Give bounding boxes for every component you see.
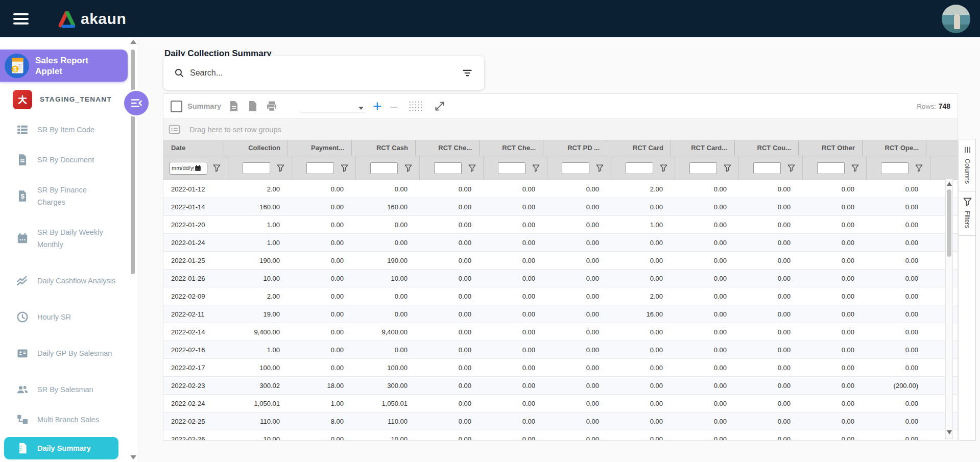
funnel-icon[interactable] [851, 164, 859, 172]
sidebar-scroll-thumb[interactable] [131, 50, 135, 274]
cell-value: 0.00 [798, 257, 862, 264]
funnel-icon[interactable] [213, 164, 221, 172]
date-filter-input[interactable]: mm/dd/yyyy [170, 162, 207, 175]
tab-filters[interactable]: Filters [959, 191, 975, 236]
table-row[interactable]: 2022-02-092.000.000.000.000.000.002.000.… [163, 287, 958, 305]
column-header-payment[interactable]: Payment... [288, 140, 351, 156]
printer-icon[interactable] [266, 100, 278, 112]
funnel-icon[interactable] [915, 164, 923, 172]
table-scrollbar[interactable] [945, 179, 953, 439]
column-filter-input[interactable] [243, 162, 270, 174]
column-filter-input[interactable] [817, 162, 845, 174]
cell-value: 0.00 [543, 293, 607, 300]
funnel-icon[interactable] [787, 164, 795, 172]
column-header-collection[interactable]: Collection [224, 140, 288, 156]
sidebar-item-sr-by-salesman[interactable]: SR By Salesman [0, 377, 128, 402]
table-row[interactable]: 2022-01-122.000.000.000.000.000.002.000.… [163, 180, 958, 198]
search-input[interactable] [189, 68, 462, 78]
sidebar-item-daily-summary[interactable]: Daily Summary [4, 437, 118, 459]
table-row[interactable]: 2022-01-14160.000.00160.000.000.000.000.… [163, 198, 958, 216]
table-row[interactable]: 2022-02-149,400.000.009,400.000.000.000.… [163, 323, 958, 341]
table-scroll-up-icon[interactable] [947, 182, 952, 186]
column-header-rct-card[interactable]: RCT Card... [671, 140, 734, 156]
row-group-dropzone[interactable]: Drag here to set row groups [163, 118, 958, 140]
column-filter-input[interactable] [689, 162, 717, 174]
cell-value: 0.00 [479, 185, 543, 193]
funnel-icon[interactable] [341, 164, 348, 172]
funnel-icon[interactable] [468, 164, 476, 172]
column-header-rct-che[interactable]: RCT Che... [415, 140, 479, 156]
cell-value: 0.00 [415, 257, 479, 264]
table-row[interactable]: 2022-02-241,050.011.001,050.010.000.000.… [163, 395, 958, 412]
sidebar-item-hourly-sr[interactable]: Hourly SR [0, 304, 128, 330]
column-header-rct-che[interactable]: RCT Che... [479, 140, 543, 156]
column-header-rct-ope[interactable]: RCT Ope... [862, 140, 926, 156]
cell-value: 0.00 [671, 328, 734, 336]
table-row[interactable]: 2022-01-241.000.000.000.000.000.000.000.… [163, 234, 958, 252]
column-filter-input[interactable] [881, 162, 909, 174]
funnel-icon[interactable] [277, 164, 284, 172]
applet-header[interactable]: $ Sales Report Applet [0, 50, 128, 82]
grid-dots-icon[interactable] [409, 101, 422, 112]
column-filter-input[interactable] [753, 162, 781, 174]
cell-date: 2022-01-20 [163, 221, 224, 229]
funnel-icon[interactable] [404, 164, 412, 172]
cell-value: 0.00 [734, 328, 798, 336]
sidebar-item-daily-cashflow-analysis[interactable]: Daily Cashflow Analysis [0, 262, 128, 300]
sidebar-item-sr-by-finance-charges[interactable]: SR By Finance Charges [0, 177, 128, 215]
table-row[interactable]: 2022-02-17100.000.00100.000.000.000.000.… [163, 359, 958, 377]
remove-button[interactable]: – [390, 101, 397, 112]
scroll-up-icon[interactable] [130, 40, 136, 44]
column-filter-input[interactable] [498, 162, 525, 174]
table-row[interactable]: 2022-02-161.000.000.000.000.000.000.000.… [163, 341, 958, 359]
user-avatar[interactable] [942, 5, 970, 33]
column-header-rct-cou[interactable]: RCT Cou... [734, 140, 798, 156]
table-row[interactable]: 2022-02-1119.000.000.000.000.000.0016.00… [163, 305, 958, 323]
funnel-icon[interactable] [532, 164, 540, 172]
expand-icon[interactable] [434, 100, 446, 112]
column-filter-input[interactable] [434, 162, 462, 174]
sidebar-item-staging-tenant[interactable]: STAGING_TENANT [0, 87, 128, 112]
sidebar-item-daily-gp-by-salesman[interactable]: Daily GP By Salesman [0, 334, 128, 372]
finance-icon [15, 189, 30, 203]
column-header-date[interactable]: Date [163, 140, 224, 156]
table-row[interactable]: 2022-01-201.000.000.000.000.000.001.000.… [163, 216, 958, 234]
filter-cell-rct-che [419, 156, 483, 180]
column-header-rct-other[interactable]: RCT Other [798, 140, 862, 156]
brand-name: akaun [81, 10, 126, 28]
toolbar-select[interactable] [301, 101, 365, 112]
table-row[interactable]: 2022-02-2610.000.0010.000.000.000.000.00… [163, 430, 958, 440]
table-scroll-thumb[interactable] [947, 189, 951, 257]
column-filter-input[interactable] [370, 162, 398, 174]
export-file-blank-icon[interactable] [247, 100, 259, 112]
table-row[interactable]: 2022-02-25110.008.00110.000.000.000.000.… [163, 412, 958, 430]
table-row[interactable]: 2022-02-23300.0218.00300.000.000.000.000… [163, 377, 958, 395]
export-file-lines-icon[interactable] [228, 100, 240, 112]
funnel-icon[interactable] [596, 164, 604, 172]
funnel-icon[interactable] [660, 164, 667, 172]
column-header-rct-card[interactable]: RCT Card [607, 140, 671, 156]
column-filter-input[interactable] [562, 162, 589, 174]
table-row[interactable]: 2022-01-25190.000.00190.000.000.000.000.… [163, 252, 958, 270]
column-filter-input[interactable] [306, 162, 334, 174]
funnel-icon[interactable] [724, 164, 731, 172]
table-row[interactable]: 2022-01-2610.000.0010.000.000.000.000.00… [163, 270, 958, 287]
column-header-rct-pd[interactable]: RCT PD ... [543, 140, 607, 156]
table-scroll-down-icon[interactable] [947, 430, 952, 434]
tab-columns[interactable]: Columns [959, 139, 975, 191]
cell-value: 16.00 [607, 310, 671, 318]
sidebar-item-multi-branch-sales[interactable]: Multi Branch Sales [0, 407, 128, 432]
brand-logo[interactable]: akaun [56, 9, 126, 29]
sidebar-item-sr-by-daily-weekly-monthly[interactable]: SR By Daily Weekly Monthly [0, 220, 128, 257]
filter-lines-icon[interactable] [462, 67, 473, 79]
column-filter-input[interactable] [626, 162, 653, 174]
sidebar-item-sr-by-item-code[interactable]: SR By Item Code [0, 117, 128, 142]
hamburger-menu-icon[interactable] [13, 13, 29, 25]
scroll-down-icon[interactable] [130, 455, 136, 459]
column-header-rct-cash[interactable]: RCT Cash [351, 140, 415, 156]
sidebar-item-sr-by-document[interactable]: SR By Document [0, 147, 128, 173]
add-button[interactable]: + [373, 101, 382, 112]
sidebar-collapse-button[interactable] [123, 89, 150, 117]
summary-checkbox[interactable] [171, 101, 182, 112]
cell-value: 0.00 [734, 400, 798, 407]
